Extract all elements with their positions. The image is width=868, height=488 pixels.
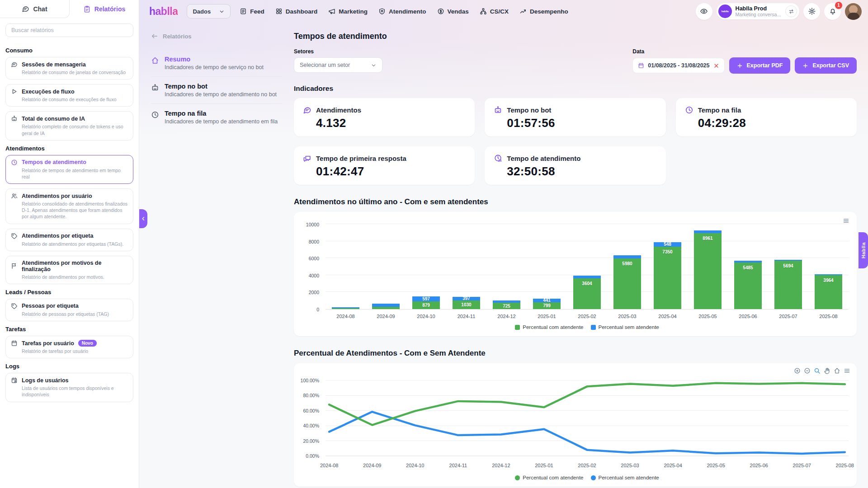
module-selector[interactable]: Dados [187, 4, 231, 19]
search-input[interactable] [5, 23, 133, 37]
subpanel-item[interactable]: Tempo na filaIndicadores de tempo de ate… [151, 103, 282, 131]
bar-value-label: 5694 [783, 263, 793, 268]
report-item-desc: Relatório de tarefas por usuário [22, 348, 128, 354]
sector-select[interactable]: Selecionar um setor [294, 57, 382, 73]
preview-eye-button[interactable] [696, 3, 712, 20]
users-icon [11, 192, 18, 199]
nav-item-feed[interactable]: Feed [240, 8, 264, 15]
report-item-title: Total de consumo de IA [22, 116, 85, 122]
legend-item[interactable]: Percentual com atendente [515, 324, 583, 330]
sidebar-item[interactable]: Logs de usuáriosLista de usuários com te… [5, 373, 133, 402]
bar-value-label: 7350 [662, 249, 672, 254]
indicator-label: Tempo no bot [507, 106, 551, 114]
legend-item[interactable]: Percentual sem atendente [591, 475, 659, 480]
x-axis-label: 2025-02 [578, 463, 596, 468]
report-item-desc: Relatório de pessoas por etiquetas (TAG) [22, 311, 128, 317]
bar-value-label: 5980 [622, 261, 632, 266]
bell-icon [829, 7, 837, 15]
report-item-desc: Relatório de atendimentos por etiquetas … [22, 241, 128, 247]
module-selector-value: Dados [193, 8, 211, 15]
workspace-switcher[interactable]: hablla Hablla Prod Marketing conversa... [717, 3, 799, 19]
nav-item-desempenho[interactable]: Desempenho [519, 8, 568, 15]
hablla-side-tab[interactable]: Hablla [859, 232, 868, 268]
tab-chat[interactable]: Chat [0, 0, 70, 18]
sidebar-item[interactable]: Atendimentos por etiquetaRelatório de at… [5, 229, 133, 251]
new-badge: Novo [78, 340, 97, 347]
notifications-button[interactable]: 1 [824, 3, 841, 20]
settings-button[interactable] [803, 3, 820, 20]
indicator-label: Atendimentos [316, 106, 361, 114]
plus-icon [802, 63, 808, 69]
legend-label: Percentual com atendente [523, 475, 583, 480]
user-avatar[interactable] [845, 3, 862, 20]
collapse-panel-button[interactable] [139, 209, 147, 228]
clear-date-button[interactable] [713, 63, 719, 69]
report-subpanel: Relatórios ResumoIndicadores de tempo de… [139, 23, 294, 488]
zoom-in-icon[interactable] [794, 367, 801, 374]
export-pdf-button[interactable]: Exportar PDF [729, 57, 791, 74]
swap-icon[interactable] [785, 5, 797, 17]
subpanel-item[interactable]: Tempo no botIndicadores de tempo de aten… [151, 76, 282, 103]
date-range-picker[interactable]: 01/08/2025 - 31/08/2025 [632, 58, 724, 73]
y-axis-tick: 20.00% [303, 438, 319, 444]
indicator-value: 32:50:58 [507, 164, 656, 178]
nav-item-label: Atendimento [389, 8, 426, 15]
nav-item-label: Dashboard [286, 8, 318, 15]
nav-item-marketing[interactable]: Marketing [328, 8, 368, 15]
reset-zoom-icon[interactable] [834, 367, 840, 374]
x-axis-label: 2025-01 [535, 463, 553, 468]
flag-icon [11, 263, 18, 269]
sidebar-item[interactable]: Pessoas por etiquetaRelatório de pessoas… [5, 299, 133, 321]
tab-chat-label: Chat [33, 5, 47, 13]
x-axis-label: 2025-03 [607, 314, 647, 319]
chart-menu-icon[interactable] [844, 367, 850, 374]
sidebar-item[interactable]: Tempos de atendimentoRelatório de tempos… [5, 155, 133, 184]
indicator-card: Tempo na fila04:29:28 [676, 98, 857, 136]
bar-segment: 5694 [774, 261, 802, 309]
back-to-reports[interactable]: Relatórios [151, 33, 282, 40]
sidebar-item[interactable]: Atendimentos por motivos de finalizaçãoR… [5, 256, 133, 284]
bar-value-label: 3964 [823, 278, 833, 283]
y-axis-tick: 8000 [309, 239, 319, 244]
bar-group: 5487350 [647, 225, 688, 309]
indicator-value: 04:29:28 [698, 116, 848, 130]
tab-relatorios[interactable]: Relatórios [70, 0, 139, 18]
selection-zoom-icon[interactable] [814, 367, 821, 374]
bar-chart: 0200040006000800010000597879397103072544… [299, 225, 849, 330]
subpanel-item[interactable]: ResumoIndicadores de tempo de serviço no… [151, 50, 282, 76]
sidebar-item[interactable]: Tarefas por usuárioNovoRelatório de tare… [5, 336, 133, 358]
x-axis-label: 2025-08 [808, 314, 849, 319]
org-icon [480, 8, 487, 15]
sidebar-section-title: Logs [5, 363, 133, 370]
bar-segment: 3964 [815, 275, 842, 309]
nav-item-cscx[interactable]: CS/CX [480, 8, 509, 15]
zoom-out-icon[interactable] [804, 367, 811, 374]
y-axis-tick: 4000 [309, 273, 319, 278]
legend-label: Percentual com atendente [523, 324, 583, 330]
chart-toolbar [794, 367, 850, 374]
sidebar-item[interactable]: Total de consumo de IARelatório completo… [5, 111, 133, 140]
legend-item[interactable]: Percentual com atendente [515, 475, 583, 480]
subpanel-title: Relatórios [163, 33, 192, 40]
report-item-title: Execuções de fluxo [22, 89, 75, 95]
sidebar-item[interactable]: Atendimentos por usuárioRelatório consol… [5, 188, 133, 224]
legend-item[interactable]: Percentual sem atendente [591, 324, 659, 330]
x-axis-label: 2024-09 [366, 314, 406, 319]
home-icon [834, 367, 840, 374]
sidebar-item[interactable]: Sessões de mensageriaRelatório de consum… [5, 57, 133, 80]
nav-item-dashboard[interactable]: Dashboard [275, 8, 318, 15]
bar-value-label: 799 [543, 303, 551, 308]
report-item-desc: Relatório de tempos de atendimento em te… [22, 167, 128, 180]
bar-value-label: 548 [664, 242, 671, 247]
clock24-icon: 24 [494, 154, 502, 163]
bar-value-label: 725 [503, 304, 510, 309]
x-axis-label: 2025-08 [836, 463, 854, 468]
nav-item-atendimento[interactable]: Atendimento [378, 8, 426, 15]
bar-segment: 548 [654, 242, 681, 247]
sidebar-item[interactable]: Execuções de fluxoRelatório de consumo d… [5, 84, 133, 107]
pan-icon[interactable] [824, 367, 830, 374]
export-csv-button[interactable]: Exportar CSV [795, 57, 857, 74]
chart-legend: Percentual com atendentePercentual sem a… [326, 324, 849, 330]
close-icon [713, 63, 719, 69]
nav-item-vendas[interactable]: Vendas [437, 8, 469, 15]
